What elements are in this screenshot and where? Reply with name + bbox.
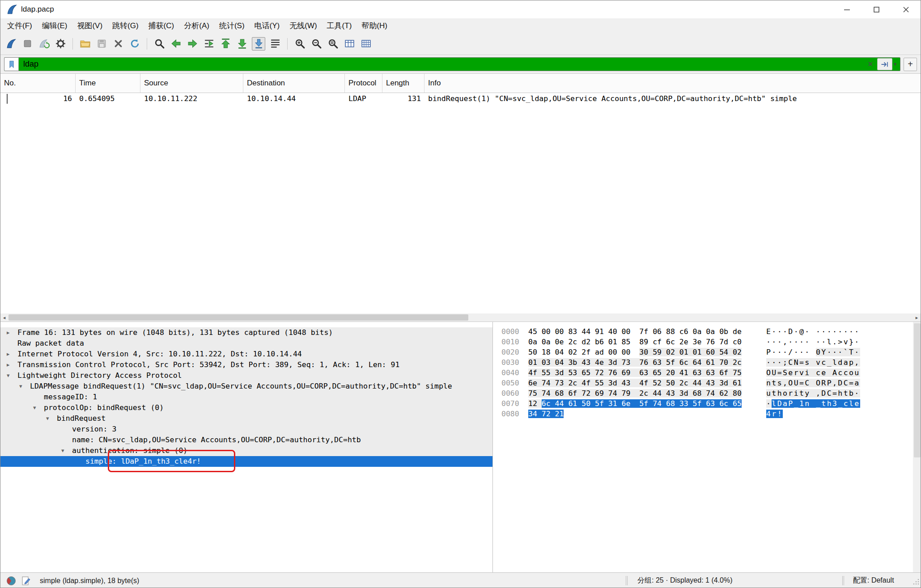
hex-ascii[interactable]: 4r!: [766, 409, 783, 419]
detail-row[interactable]: ▾authentication: simple (0): [0, 445, 492, 456]
menu-item-help[interactable]: 帮助(H): [357, 18, 392, 33]
packet-row[interactable]: 160.65409510.10.11.22210.10.14.44LDAP131…: [0, 93, 921, 105]
hex-bytes[interactable]: 75 74 68 6f 72 69 74 79 2c 44 43 3d 68 7…: [528, 388, 742, 398]
menu-item-edit[interactable]: 编辑(E): [37, 18, 72, 33]
expanded-arrow-icon[interactable]: ▾: [7, 370, 10, 381]
expanded-arrow-icon[interactable]: ▾: [33, 402, 36, 413]
zoom-out-button[interactable]: [310, 37, 323, 51]
detail-row[interactable]: ▾protocolOp: bindRequest (0): [0, 402, 492, 413]
column-header-protocol[interactable]: Protocol: [345, 74, 382, 93]
open-file-button[interactable]: [78, 37, 92, 51]
hex-row[interactable]: 000045 00 00 83 44 91 40 00 7f 06 88 c6 …: [493, 326, 913, 337]
menu-item-go[interactable]: 跳转(G): [107, 18, 144, 33]
detail-row[interactable]: ▸Frame 16: 131 bytes on wire (1048 bits)…: [0, 327, 492, 338]
column-header-length[interactable]: Length: [382, 74, 424, 93]
hex-row[interactable]: 006075 74 68 6f 72 69 74 79 2c 44 43 3d …: [493, 388, 913, 398]
colorize-button[interactable]: [268, 37, 282, 51]
resize-all-columns-button[interactable]: [359, 37, 373, 51]
hex-bytes[interactable]: 45 00 00 83 44 91 40 00 7f 06 88 c6 0a 0…: [528, 326, 742, 337]
column-header-time[interactable]: Time: [76, 74, 140, 93]
detail-row[interactable]: version: 3: [0, 424, 492, 435]
find-packet-button[interactable]: [153, 37, 166, 51]
hex-ascii[interactable]: ···,···· ··l.>v}·: [766, 337, 860, 347]
hex-ascii[interactable]: ···;CN=s vc_ldap,: [766, 357, 860, 368]
close-button[interactable]: [891, 0, 921, 18]
zoom-original-button[interactable]: [326, 37, 340, 51]
hex-row[interactable]: 002050 18 04 02 2f ad 00 00 30 59 02 01 …: [493, 347, 913, 357]
maximize-button[interactable]: [862, 0, 891, 18]
filter-dropdown-icon[interactable]: ▾: [894, 61, 896, 67]
scroll-left-icon[interactable]: ◂: [0, 313, 8, 321]
menu-item-statistics[interactable]: 统计(S): [214, 18, 250, 33]
zoom-in-button[interactable]: [293, 37, 306, 51]
menu-item-file[interactable]: 文件(F): [2, 18, 37, 33]
hex-bytes[interactable]: 6e 74 73 2c 4f 55 3d 43 4f 52 50 2c 44 4…: [528, 378, 742, 388]
hex-row[interactable]: 00404f 55 3d 53 65 72 76 69 63 65 20 41 …: [493, 368, 913, 378]
hex-bytes[interactable]: 34 72 21: [528, 409, 564, 419]
go-back-button[interactable]: [169, 37, 183, 51]
hex-ascii[interactable]: ·lDaP_1n _th3_cle: [766, 398, 860, 409]
expanded-arrow-icon[interactable]: ▾: [61, 445, 64, 456]
collapsed-arrow-icon[interactable]: ▸: [7, 349, 10, 360]
column-header-no[interactable]: No.: [0, 74, 76, 93]
vertical-scrollbar[interactable]: [913, 322, 921, 572]
horizontal-scrollbar[interactable]: ◂ ▸: [0, 313, 921, 322]
hex-row[interactable]: 008034 72 214r!: [493, 409, 913, 419]
minimize-button[interactable]: [832, 0, 862, 18]
hex-bytes[interactable]: 12 6c 44 61 50 5f 31 6e 5f 74 68 33 5f 6…: [528, 398, 742, 409]
detail-row[interactable]: ▾LDAPMessage bindRequest(1) "CN=svc_ldap…: [0, 381, 492, 392]
expert-info-button[interactable]: [7, 573, 16, 588]
hex-ascii[interactable]: P···/··· 0Y···`T·: [766, 347, 860, 357]
menu-item-analyze[interactable]: 分析(A): [179, 18, 214, 33]
hex-bytes[interactable]: 4f 55 3d 53 65 72 76 69 63 65 20 41 63 6…: [528, 368, 742, 378]
expanded-arrow-icon[interactable]: ▾: [46, 413, 49, 424]
menu-item-wireless[interactable]: 无线(W): [284, 18, 322, 33]
detail-row[interactable]: ▾bindRequest: [0, 413, 492, 424]
menu-item-view[interactable]: 视图(V): [72, 18, 107, 33]
hex-row[interactable]: 007012 6c 44 61 50 5f 31 6e 5f 74 68 33 …: [493, 398, 913, 409]
reload-file-button[interactable]: [128, 37, 141, 51]
capture-comment-button[interactable]: [22, 573, 31, 588]
start-capture-button[interactable]: [4, 37, 17, 51]
save-file-button[interactable]: [95, 37, 108, 51]
autoscroll-button[interactable]: [252, 37, 265, 51]
go-last-button[interactable]: [235, 37, 249, 51]
filter-clear-icon[interactable]: ✕: [867, 60, 873, 68]
column-header-destination[interactable]: Destination: [243, 74, 345, 93]
detail-row[interactable]: Raw packet data: [0, 338, 492, 349]
detail-row[interactable]: messageID: 1: [0, 392, 492, 402]
menu-item-capture[interactable]: 捕获(C): [144, 18, 179, 33]
hex-bytes[interactable]: 0a 0a 0e 2c d2 b6 01 85 89 cf 6c 2e 3e 7…: [528, 337, 742, 347]
packet-list[interactable]: 160.65409510.10.11.22210.10.14.44LDAP131…: [0, 93, 921, 313]
vertical-scroll-thumb[interactable]: [914, 323, 921, 457]
display-filter-input[interactable]: ldap ✕ ▾: [4, 57, 900, 71]
go-forward-button[interactable]: [186, 37, 199, 51]
collapsed-arrow-icon[interactable]: ▸: [7, 327, 10, 338]
scroll-right-icon[interactable]: ▸: [913, 313, 921, 321]
hex-dump-pane[interactable]: 000045 00 00 83 44 91 40 00 7f 06 88 c6 …: [493, 322, 913, 572]
hex-row[interactable]: 003001 03 04 3b 43 4e 3d 73 76 63 5f 6c …: [493, 357, 913, 368]
column-header-info[interactable]: Info: [424, 74, 921, 93]
horizontal-scroll-thumb[interactable]: [8, 314, 468, 321]
hex-ascii[interactable]: uthority ,DC=htb·: [766, 388, 860, 398]
profile-text[interactable]: 配置: Default: [853, 573, 894, 588]
filter-apply-button[interactable]: [877, 58, 892, 70]
menu-item-tools[interactable]: 工具(T): [322, 18, 357, 33]
menu-item-telephony[interactable]: 电话(Y): [250, 18, 285, 33]
capture-options-button[interactable]: [54, 37, 67, 51]
detail-row[interactable]: ▸Internet Protocol Version 4, Src: 10.10…: [0, 349, 492, 360]
filter-bookmark-button[interactable]: [4, 58, 19, 71]
detail-row[interactable]: ▾Lightweight Directory Access Protocol: [0, 370, 492, 381]
detail-row-selected[interactable]: simple: lDaP_1n_th3_cle4r!: [0, 456, 492, 467]
filter-text[interactable]: ldap: [23, 59, 863, 69]
stop-capture-button[interactable]: [21, 37, 34, 51]
packet-details-pane[interactable]: ▸Frame 16: 131 bytes on wire (1048 bits)…: [0, 322, 492, 572]
hex-ascii[interactable]: E···D·@· ········: [766, 326, 860, 337]
column-header-source[interactable]: Source: [140, 74, 243, 93]
hex-ascii[interactable]: OU=Servi ce Accou: [766, 368, 860, 378]
hex-bytes[interactable]: 01 03 04 3b 43 4e 3d 73 76 63 5f 6c 64 6…: [528, 357, 742, 368]
go-first-button[interactable]: [219, 37, 232, 51]
hex-row[interactable]: 00100a 0a 0e 2c d2 b6 01 85 89 cf 6c 2e …: [493, 337, 913, 347]
resize-grip-icon[interactable]: [913, 578, 920, 585]
add-filter-button[interactable]: +: [904, 58, 917, 71]
